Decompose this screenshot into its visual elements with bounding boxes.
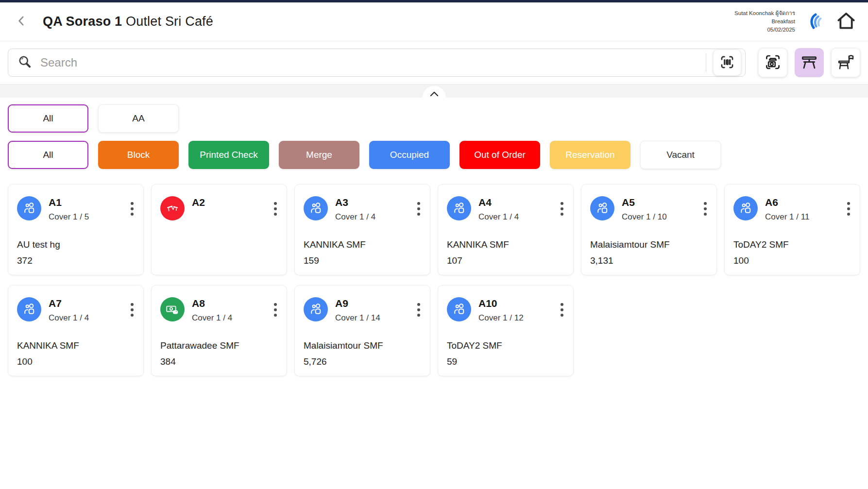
camera-scan-button[interactable]	[758, 48, 787, 77]
table-card-a4[interactable]: A4 Cover 1 / 4 KANNIKA SMF 107	[438, 184, 574, 275]
search-toolbar	[0, 41, 868, 84]
filter-label: Printed Check	[200, 150, 257, 160]
group-icon	[308, 302, 323, 317]
group-icon	[452, 302, 466, 317]
table-status-avatar	[304, 196, 328, 220]
filter-label: Occupied	[390, 150, 429, 160]
table-number: A7	[49, 298, 89, 309]
status-filter-merge[interactable]: Merge	[279, 141, 359, 169]
cover-count: Cover 1 / 5	[49, 212, 89, 222]
guest-name: Pattarawadee SMF	[160, 340, 239, 351]
status-filter-occupied[interactable]: Occupied	[369, 141, 450, 169]
home-icon	[835, 10, 857, 34]
cover-count: Cover 1 / 4	[335, 212, 375, 222]
table-options-button[interactable]	[129, 200, 136, 218]
table-options-button[interactable]	[559, 301, 565, 319]
camera-scan-icon	[764, 53, 782, 73]
group-icon	[22, 201, 36, 216]
table-status-avatar	[733, 196, 758, 220]
collapse-filters-button[interactable]	[423, 86, 446, 109]
zone-filter-all[interactable]: All	[8, 104, 88, 133]
field-divider	[706, 53, 706, 72]
session-info: Sutat Koonchak ผู้จัดการ Breakfast 05/02…	[734, 9, 795, 34]
search-icon	[17, 54, 33, 71]
zone-filter-aa[interactable]: AA	[98, 104, 179, 133]
cover-count: Cover 1 / 4	[478, 212, 519, 222]
group-icon	[308, 201, 323, 216]
guest-name: ToDAY2 SMF	[447, 340, 502, 351]
cover-count: Cover 1 / 12	[478, 313, 524, 323]
status-filter-block[interactable]: Block	[98, 141, 179, 169]
guest-name: Malaisiamtour SMF	[590, 239, 670, 250]
cover-count: Cover 1 / 14	[335, 313, 380, 323]
table-card-a3[interactable]: A3 Cover 1 / 4 KANNIKA SMF 159	[294, 184, 430, 275]
table-view-button[interactable]	[795, 48, 824, 77]
status-filter-all[interactable]: All	[8, 141, 88, 169]
filter-label: All	[43, 150, 53, 160]
check-amount: 100	[17, 356, 33, 367]
status-filter-row: AllBlockPrinted CheckMergeOccupiedOut of…	[8, 141, 860, 169]
cover-count: Cover 1 / 4	[192, 313, 232, 323]
table-card-a5[interactable]: A5 Cover 1 / 10 Malaisiamtour SMF 3,131	[581, 184, 717, 275]
cash-icon	[165, 302, 180, 317]
check-amount: 159	[304, 255, 319, 266]
group-icon	[595, 201, 610, 216]
table-options-button[interactable]	[129, 301, 136, 319]
table-options-button[interactable]	[415, 200, 422, 218]
table-number: A9	[335, 298, 380, 309]
group-icon	[738, 201, 753, 216]
home-button[interactable]	[835, 10, 857, 34]
check-amount: 372	[17, 255, 33, 266]
table-options-button[interactable]	[272, 301, 279, 319]
check-amount: 100	[733, 255, 749, 266]
table-status-avatar	[17, 196, 41, 220]
table-options-button[interactable]	[272, 200, 279, 218]
status-filter-vacant[interactable]: Vacant	[640, 141, 721, 169]
guest-name: KANNIKA SMF	[17, 340, 79, 351]
filter-label: All	[43, 113, 53, 124]
check-amount: 59	[447, 356, 457, 367]
group-icon	[22, 302, 36, 317]
table-card-a1[interactable]: A1 Cover 1 / 5 AU test hg 372	[8, 184, 144, 275]
check-amount: 107	[447, 255, 462, 266]
table-card-a7[interactable]: A7 Cover 1 / 4 KANNIKA SMF 100	[8, 285, 144, 376]
table-card-a8[interactable]: A8 Cover 1 / 4 Pattarawadee SMF 384	[151, 285, 287, 376]
chevron-left-icon	[14, 14, 29, 30]
table-number: A10	[478, 298, 524, 309]
barcode-icon	[719, 54, 735, 72]
table-number: A5	[622, 197, 667, 208]
table-number: A2	[192, 197, 205, 208]
barcode-scan-button[interactable]	[713, 50, 741, 76]
search-input[interactable]	[40, 56, 706, 69]
status-filter-reservation[interactable]: Reservation	[550, 141, 630, 169]
guest-name: AU test hg	[17, 239, 60, 250]
table-options-button[interactable]	[559, 200, 565, 218]
table-number: A6	[765, 197, 809, 208]
filter-label: Reservation	[565, 150, 614, 160]
table-options-button[interactable]	[845, 200, 852, 218]
back-button[interactable]	[11, 11, 32, 33]
table-card-a10[interactable]: A10 Cover 1 / 12 ToDAY2 SMF 59	[438, 285, 574, 376]
status-filter-out-of-order[interactable]: Out of Order	[460, 141, 540, 169]
table-card-a2[interactable]: A2	[151, 184, 287, 275]
check-amount: 3,131	[590, 255, 613, 266]
chevron-up-icon	[428, 90, 440, 99]
table-status-avatar	[590, 196, 614, 220]
table-status-avatar	[160, 196, 185, 220]
table-number: A3	[335, 197, 375, 208]
blocked-table-icon	[165, 201, 180, 216]
table-options-button[interactable]	[702, 200, 709, 218]
table-card-a6[interactable]: A6 Cover 1 / 11 ToDAY2 SMF 100	[724, 184, 860, 275]
check-amount: 5,726	[304, 356, 327, 367]
table-number: A8	[192, 298, 232, 309]
guest-name: ToDAY2 SMF	[733, 239, 789, 250]
table-card-a9[interactable]: A9 Cover 1 / 14 Malaisiamtour SMF 5,726	[294, 285, 430, 376]
table-options-button[interactable]	[415, 301, 422, 319]
guest-name: Malaisiamtour SMF	[304, 340, 383, 351]
status-filter-printed-check[interactable]: Printed Check	[188, 141, 269, 169]
chair-view-button[interactable]	[831, 48, 860, 77]
guest-name: KANNIKA SMF	[447, 239, 509, 250]
filter-label: Vacant	[666, 150, 695, 160]
guest-name: KANNIKA SMF	[304, 239, 366, 250]
search-field[interactable]	[8, 49, 746, 77]
